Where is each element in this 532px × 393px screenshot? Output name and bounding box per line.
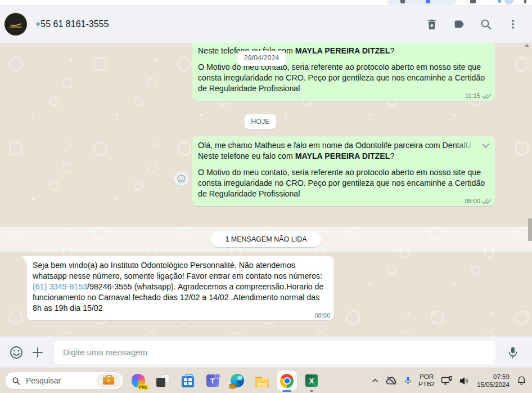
header-actions bbox=[425, 17, 520, 31]
chevron-down-icon[interactable] bbox=[480, 140, 491, 154]
trash-icon[interactable] bbox=[425, 17, 439, 31]
message-line: Olá, me chamo Matheus e falo em nome da … bbox=[198, 140, 489, 151]
taskbar-search-icon bbox=[12, 377, 20, 385]
phone-link[interactable]: (61) 3349-8153 bbox=[33, 282, 87, 291]
system-tray: PORPTB2 07:5915/05/2024 bbox=[371, 373, 529, 388]
taskbar-search-box[interactable]: Pesquisar bbox=[4, 372, 124, 390]
language-indicator[interactable]: PORPTB2 bbox=[418, 373, 435, 388]
kebab-menu-icon[interactable] bbox=[506, 17, 520, 31]
unread-messages-badge[interactable]: 1 MENSAGEM NÃO LIDA bbox=[210, 231, 321, 247]
contact-name-bold: MAYLA PEREIRA DITZEL bbox=[295, 151, 390, 160]
contact-avatar[interactable] bbox=[4, 13, 27, 35]
avatar-logo bbox=[8, 19, 22, 26]
taskbar-clock[interactable]: 07:5915/05/2024 bbox=[476, 373, 511, 388]
message-paragraph: O Motivo do meu contato, seria referente… bbox=[198, 62, 489, 94]
bell-icon[interactable] bbox=[517, 376, 526, 386]
message-line: Neste telefone eu falo com MAYLA PEREIRA… bbox=[198, 151, 489, 162]
windows-taskbar: Pesquisar PRE T X bbox=[0, 368, 532, 393]
edge-work-profile-badge bbox=[229, 384, 236, 388]
chevron-up-icon[interactable] bbox=[371, 377, 379, 385]
network-icon[interactable] bbox=[441, 376, 453, 386]
browser-menu-icon bbox=[524, 0, 526, 3]
double-check-icon bbox=[482, 198, 492, 205]
scrollbar-up-arrow[interactable] bbox=[525, 44, 529, 47]
copilot-icon[interactable]: PRE bbox=[132, 370, 145, 391]
scrollbar-thumb[interactable] bbox=[528, 218, 532, 241]
search-highlight-icon bbox=[96, 373, 121, 388]
teams-icon[interactable]: T bbox=[206, 370, 219, 391]
emoji-icon[interactable] bbox=[7, 343, 26, 362]
message-text: Seja bem vindo(a) ao Instituto Odontológ… bbox=[33, 261, 322, 280]
cloud-slash-icon[interactable] bbox=[385, 376, 398, 386]
taskbar-search-label: Pesquisar bbox=[26, 376, 96, 385]
edge-icon[interactable] bbox=[231, 370, 244, 391]
browser-extension-dot bbox=[498, 0, 501, 3]
unread-divider-band: 1 MENSAGEM NÃO LIDA bbox=[0, 227, 532, 252]
chat-message-list: 29/04/2024 Neste telefone eu falo com MA… bbox=[0, 43, 532, 336]
chrome-icon[interactable] bbox=[280, 370, 294, 391]
message-meta: 08:00 bbox=[465, 196, 492, 207]
today-date-pill: HOJE bbox=[244, 114, 276, 129]
message-text: O Motivo do meu contato, seria referente… bbox=[198, 62, 485, 93]
message-input[interactable] bbox=[54, 341, 495, 364]
excel-icon[interactable]: X bbox=[305, 370, 318, 391]
search-icon[interactable] bbox=[479, 17, 493, 31]
message-meta: 08:00 bbox=[314, 310, 330, 321]
outgoing-message-2[interactable]: Olá, me chamo Matheus e falo em nome da … bbox=[192, 136, 495, 206]
double-check-icon bbox=[482, 93, 492, 100]
message-meta: 11:15 bbox=[465, 91, 492, 101]
bubble-tail bbox=[22, 256, 27, 263]
message-composer bbox=[0, 336, 532, 368]
plus-attach-icon[interactable] bbox=[28, 343, 47, 362]
outgoing-message-1[interactable]: Neste telefone eu falo com MAYLA PEREIRA… bbox=[192, 43, 495, 101]
message-text: ? bbox=[390, 151, 394, 160]
message-time: 08:00 bbox=[465, 196, 480, 207]
message-time: 08:00 bbox=[314, 310, 330, 321]
browser-extension-icon bbox=[426, 0, 430, 3]
message-text: Neste telefone eu falo com bbox=[198, 151, 295, 160]
clock-time: 07:59 bbox=[493, 373, 510, 380]
browser-download-icon bbox=[400, 0, 405, 3]
clock-date: 15/05/2024 bbox=[477, 381, 510, 388]
chat-header: +55 61 8161-3555 bbox=[0, 6, 532, 43]
keyboard-layout: PTB2 bbox=[418, 381, 435, 387]
microphone-tray-icon[interactable] bbox=[404, 376, 412, 386]
message-paragraph: Seja bem vindo(a) ao Instituto Odontológ… bbox=[33, 260, 328, 314]
microphone-icon[interactable] bbox=[503, 343, 522, 362]
task-view-icon[interactable] bbox=[156, 370, 170, 391]
briefcase-icon bbox=[103, 377, 114, 385]
microsoft-store-icon[interactable] bbox=[181, 370, 195, 391]
browser-window-icon bbox=[470, 0, 476, 3]
volume-icon[interactable] bbox=[459, 376, 470, 386]
taskbar-app-icons: PRE T X bbox=[132, 370, 318, 391]
contact-name-bold: MAYLA PEREIRA DITZEL bbox=[295, 46, 390, 55]
emoji-react-button[interactable] bbox=[174, 171, 189, 186]
message-text: O Motivo do meu contato, seria referente… bbox=[198, 168, 485, 198]
incoming-message[interactable]: Seja bem vindo(a) ao Instituto Odontológ… bbox=[27, 256, 333, 320]
copilot-pre-badge: PRE bbox=[138, 385, 148, 390]
avatar-logo-script bbox=[8, 26, 23, 28]
browser-chrome-strip bbox=[0, 0, 532, 6]
language-code: POR bbox=[420, 373, 434, 380]
chat-title[interactable]: +55 61 8161-3555 bbox=[35, 19, 109, 29]
message-text: Olá, me chamo Matheus e falo em nome da … bbox=[198, 141, 471, 150]
message-paragraph: O Motivo do meu contato, seria referente… bbox=[198, 167, 489, 199]
browser-profile-avatar bbox=[504, 0, 513, 5]
file-explorer-icon[interactable] bbox=[255, 370, 269, 391]
sticky-date-pill: 29/04/2024 bbox=[237, 51, 286, 66]
label-icon[interactable] bbox=[452, 17, 466, 31]
message-text: ? bbox=[390, 46, 394, 55]
browser-popup-fragment bbox=[387, 0, 457, 6]
message-time: 11:15 bbox=[465, 91, 480, 101]
